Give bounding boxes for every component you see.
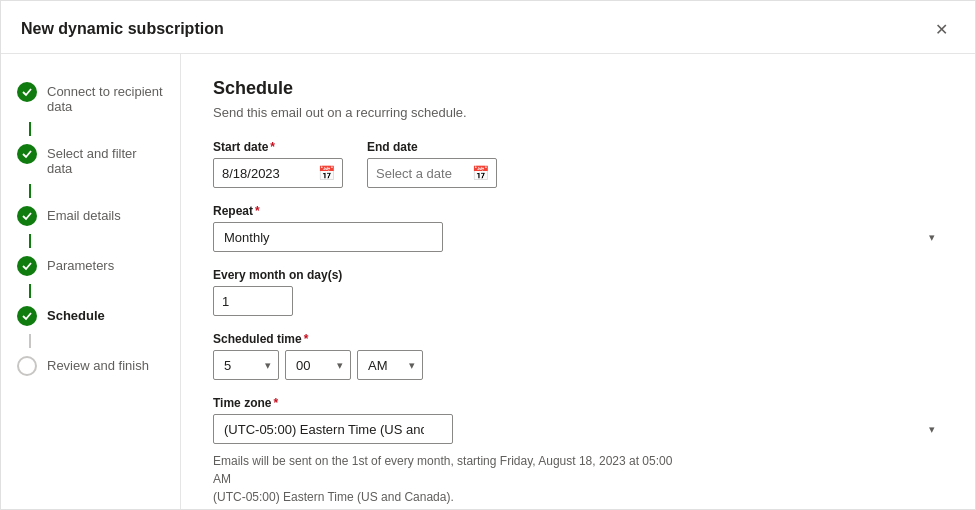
end-date-calendar-icon[interactable]: 📅 [472,165,489,181]
start-date-input-wrap[interactable]: 📅 [213,158,343,188]
every-month-input[interactable] [213,286,293,316]
every-month-label: Every month on day(s) [213,268,943,282]
start-date-input[interactable] [222,166,312,181]
end-date-group: End date 📅 [367,140,497,188]
connector-3 [29,234,31,248]
sidebar-item-review: Review and finish [1,348,180,384]
end-date-label: End date [367,140,497,154]
timezone-chevron-icon: ▾ [929,423,935,436]
time-row: 5 1234 6789 101112 ▾ 00 153045 ▾ [213,350,943,380]
start-date-group: Start date* 📅 [213,140,343,188]
dialog-header: New dynamic subscription ✕ [1,1,975,54]
sidebar-label-connect: Connect to recipient data [47,82,164,114]
connector-1 [29,122,31,136]
scheduled-time-group: Scheduled time* 5 1234 6789 101112 ▾ [213,332,943,380]
sidebar-label-email: Email details [47,206,121,223]
sidebar-item-connect: Connect to recipient data [1,74,180,122]
close-button[interactable]: ✕ [927,15,955,43]
every-month-group: Every month on day(s) [213,268,943,316]
sidebar-label-select: Select and filter data [47,144,164,176]
section-subtitle: Send this email out on a recurring sched… [213,105,943,120]
scheduled-time-label: Scheduled time* [213,332,943,346]
dialog: New dynamic subscription ✕ Connect to re… [0,0,976,510]
dialog-body: Connect to recipient data Select and fil… [1,54,975,509]
minute-select-wrap: 00 153045 ▾ [285,350,351,380]
info-text: Emails will be sent on the 1st of every … [213,452,693,506]
connector-4 [29,284,31,298]
timezone-label: Time zone* [213,396,943,410]
step-icon-review [17,356,37,376]
dialog-title: New dynamic subscription [21,20,224,38]
sidebar-item-email: Email details [1,198,180,234]
repeat-select-wrap: Monthly Daily Weekly Yearly ▾ [213,222,943,252]
sidebar-label-parameters: Parameters [47,256,114,273]
sidebar-label-schedule: Schedule [47,306,105,323]
repeat-label: Repeat* [213,204,943,218]
step-icon-parameters [17,256,37,276]
repeat-group: Repeat* Monthly Daily Weekly Yearly ▾ [213,204,943,252]
step-icon-connect [17,82,37,102]
sidebar: Connect to recipient data Select and fil… [1,54,181,509]
hour-select[interactable]: 5 1234 6789 101112 [213,350,279,380]
minute-select[interactable]: 00 153045 [285,350,351,380]
main-content: Schedule Send this email out on a recurr… [181,54,975,509]
timezone-select-wrap: (UTC-05:00) Eastern Time (US and Canada)… [213,414,943,444]
timezone-select[interactable]: (UTC-05:00) Eastern Time (US and Canada)… [213,414,453,444]
hour-select-wrap: 5 1234 6789 101112 ▾ [213,350,279,380]
date-row: Start date* 📅 End date 📅 [213,140,943,188]
sidebar-item-select: Select and filter data [1,136,180,184]
sidebar-label-review: Review and finish [47,356,149,373]
start-date-label: Start date* [213,140,343,154]
timezone-group: Time zone* (UTC-05:00) Eastern Time (US … [213,396,943,444]
sidebar-item-parameters: Parameters [1,248,180,284]
end-date-input[interactable] [376,166,466,181]
ampm-select[interactable]: AM PM [357,350,423,380]
step-icon-select [17,144,37,164]
repeat-select[interactable]: Monthly Daily Weekly Yearly [213,222,443,252]
step-icon-email [17,206,37,226]
connector-5 [29,334,31,348]
ampm-select-wrap: AM PM ▾ [357,350,423,380]
start-date-calendar-icon[interactable]: 📅 [318,165,335,181]
end-date-input-wrap[interactable]: 📅 [367,158,497,188]
sidebar-item-schedule: Schedule [1,298,180,334]
step-icon-schedule [17,306,37,326]
repeat-chevron-icon: ▾ [929,231,935,244]
section-title: Schedule [213,78,943,99]
connector-2 [29,184,31,198]
